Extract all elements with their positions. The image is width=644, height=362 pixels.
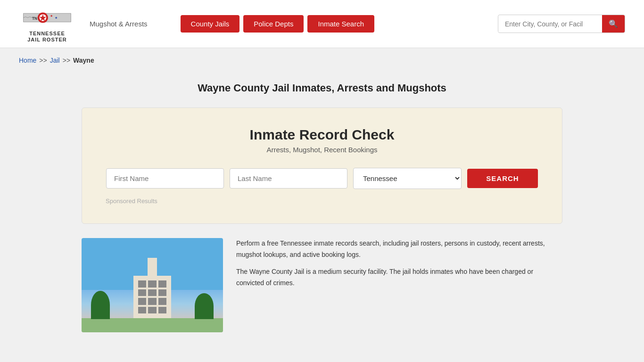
window bbox=[148, 289, 156, 296]
trees-right-decoration bbox=[195, 293, 214, 319]
county-jails-button[interactable]: County Jails bbox=[181, 15, 240, 33]
trees-left-decoration bbox=[91, 291, 110, 319]
header-search-input[interactable] bbox=[498, 16, 602, 32]
logo-text: TENNESSEE JAIL ROSTER bbox=[27, 31, 67, 43]
state-select[interactable]: Tennessee Alabama Georgia Kentucky Missi… bbox=[353, 168, 462, 189]
record-check-box: Inmate Record Check Arrests, Mugshot, Re… bbox=[82, 107, 562, 224]
window bbox=[138, 280, 146, 288]
police-depts-button[interactable]: Police Depts bbox=[243, 15, 304, 33]
window bbox=[138, 298, 146, 305]
header-search-button[interactable]: 🔍 bbox=[602, 15, 625, 33]
mugshot-arrests-link[interactable]: Mugshot & Arrests bbox=[90, 20, 148, 28]
breadcrumb-sep1: >> bbox=[39, 57, 47, 64]
sponsored-label: Sponsored Results bbox=[106, 197, 538, 205]
inmate-search-form: Tennessee Alabama Georgia Kentucky Missi… bbox=[106, 168, 538, 189]
description-para1: Perform a free Tennessee inmate records … bbox=[236, 238, 562, 261]
record-check-subtitle: Arrests, Mugshot, Recent Bookings bbox=[106, 146, 538, 154]
header-search-area: 🔍 bbox=[498, 15, 625, 33]
description-text: Perform a free Tennessee inmate records … bbox=[236, 238, 562, 332]
nav-buttons: County Jails Police Depts Inmate Search bbox=[181, 15, 374, 33]
facility-image-inner bbox=[82, 238, 223, 332]
inmate-search-submit[interactable]: SEARCH bbox=[467, 169, 538, 188]
inmate-search-button[interactable]: Inmate Search bbox=[307, 15, 374, 33]
facility-image bbox=[82, 238, 223, 332]
window bbox=[158, 289, 166, 296]
record-check-title: Inmate Record Check bbox=[106, 127, 538, 143]
building-decoration bbox=[133, 276, 171, 318]
breadcrumb: Home >> Jail >> Wayne bbox=[19, 57, 625, 64]
building-windows bbox=[138, 280, 166, 313]
main-content: Wayne County Jail Inmates, Arrests and M… bbox=[63, 73, 581, 342]
breadcrumb-current: Wayne bbox=[73, 57, 94, 64]
breadcrumb-sep2: >> bbox=[63, 57, 70, 64]
logo-area[interactable]: TN ★ ★ TENNESSEE JAIL ROSTER bbox=[19, 5, 75, 43]
window bbox=[158, 307, 166, 314]
svg-text:TN: TN bbox=[32, 16, 37, 21]
window bbox=[148, 307, 156, 314]
ground-decoration bbox=[82, 318, 223, 332]
svg-text:★: ★ bbox=[50, 14, 53, 18]
window bbox=[158, 280, 166, 288]
last-name-input[interactable] bbox=[230, 168, 347, 189]
breadcrumb-bar: Home >> Jail >> Wayne bbox=[0, 48, 644, 73]
window bbox=[138, 307, 146, 314]
site-logo: TN ★ ★ bbox=[19, 5, 75, 31]
window bbox=[158, 298, 166, 305]
breadcrumb-jail[interactable]: Jail bbox=[50, 57, 60, 64]
site-header: TN ★ ★ TENNESSEE JAIL ROSTER Mugshot & A… bbox=[0, 0, 644, 48]
breadcrumb-home[interactable]: Home bbox=[19, 57, 36, 64]
first-name-input[interactable] bbox=[106, 168, 224, 189]
window bbox=[148, 280, 156, 288]
description-para2: The Wayne County Jail is a medium securi… bbox=[236, 266, 562, 289]
window bbox=[148, 298, 156, 305]
building-top-decoration bbox=[148, 258, 157, 277]
bottom-section: Perform a free Tennessee inmate records … bbox=[82, 238, 562, 332]
window bbox=[138, 289, 146, 296]
page-title: Wayne County Jail Inmates, Arrests and M… bbox=[82, 82, 562, 94]
svg-text:★: ★ bbox=[55, 16, 58, 20]
